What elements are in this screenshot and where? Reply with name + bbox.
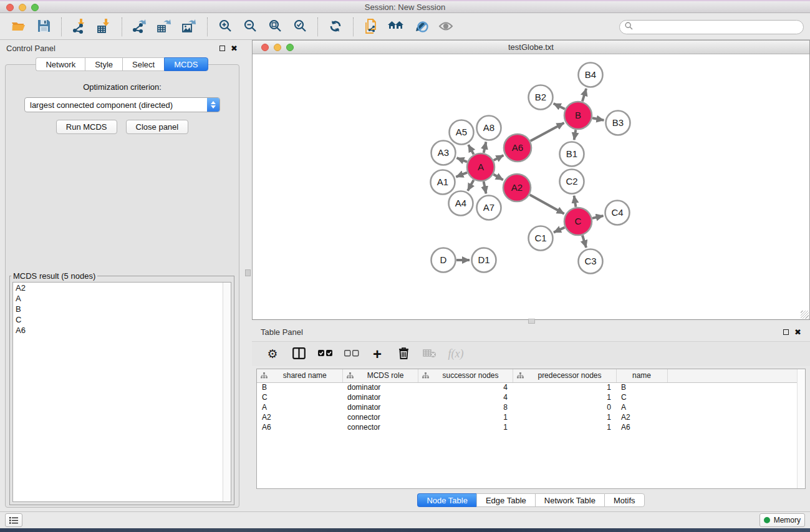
node-A[interactable]: A [467, 153, 494, 181]
node-C1[interactable]: C1 [529, 226, 553, 251]
close-panel-button[interactable]: Close panel [126, 120, 189, 134]
horizontal-splitter[interactable] [252, 320, 810, 324]
edge-A-A3[interactable] [457, 158, 468, 162]
show-column-button[interactable] [287, 345, 311, 364]
hide-labels-button[interactable] [408, 17, 433, 37]
delete-row-button[interactable] [392, 345, 415, 364]
settings-gear-button[interactable]: ⚙ [261, 345, 284, 364]
cell-predecessor-nodes[interactable]: 0 [513, 402, 616, 412]
cell-successor-nodes[interactable]: 4 [418, 392, 513, 402]
node-B1[interactable]: B1 [560, 142, 584, 167]
toggle-panels-eye-button[interactable] [433, 17, 458, 37]
cell-shared-name[interactable]: C [257, 392, 342, 402]
cell-predecessor-nodes[interactable]: 1 [513, 382, 616, 392]
node-C[interactable]: C [564, 208, 592, 235]
node-table[interactable]: shared nameMCDS rolesuccessor nodesprede… [256, 369, 806, 489]
cell-predecessor-nodes[interactable]: 1 [513, 412, 616, 422]
network-canvas[interactable]: B4B2BB3A8A5A6A3B1AC2A1A2A4A7C4CC1C3DD1 [253, 54, 809, 319]
edge-C-C2[interactable] [574, 196, 576, 207]
node-C2[interactable]: C2 [560, 170, 584, 194]
cell-MCDS-role[interactable]: connector [342, 412, 418, 422]
edge-C-C3[interactable] [582, 235, 586, 248]
edge-B-B4[interactable] [582, 89, 586, 102]
edge-B-B3[interactable] [592, 118, 604, 120]
search-box[interactable] [619, 20, 804, 34]
float-panel-icon[interactable] [783, 329, 789, 335]
edge-A-A6[interactable] [494, 155, 504, 160]
column-header-MCDS-role[interactable]: MCDS role [342, 369, 418, 382]
cell-successor-nodes[interactable]: 1 [418, 422, 513, 432]
node-A3[interactable]: A3 [432, 141, 456, 165]
column-header-shared-name[interactable]: shared name [257, 369, 342, 382]
edge-B-B2[interactable] [554, 104, 565, 109]
cell-predecessor-nodes[interactable]: 1 [513, 422, 616, 432]
edge-C-C4[interactable] [592, 216, 604, 218]
resize-grip-icon[interactable] [801, 311, 809, 319]
tab-node-table[interactable]: Node Table [417, 493, 476, 507]
cell-MCDS-role[interactable]: dominator [342, 392, 418, 402]
zoom-fit-button[interactable] [263, 17, 287, 37]
cell-successor-nodes[interactable]: 8 [418, 402, 513, 412]
edge-A-A2[interactable] [493, 175, 503, 180]
open-folder-button[interactable] [6, 17, 31, 37]
tab-style[interactable]: Style [85, 57, 122, 71]
node-B4[interactable]: B4 [579, 63, 603, 87]
cell-successor-nodes[interactable]: 1 [418, 412, 513, 422]
tab-edge-table[interactable]: Edge Table [476, 493, 535, 507]
table-row[interactable]: A6connector11A6 [257, 422, 805, 432]
cell-shared-name[interactable]: B [257, 382, 342, 392]
node-A1[interactable]: A1 [431, 170, 455, 195]
table-row[interactable]: Bdominator41B [257, 382, 805, 392]
edge-A-A7[interactable] [484, 181, 486, 193]
close-panel-icon[interactable]: ✖ [231, 44, 238, 52]
network-close-button[interactable] [261, 44, 269, 51]
cell-shared-name[interactable]: A [257, 402, 342, 412]
node-B2[interactable]: B2 [529, 85, 553, 110]
cell-name[interactable]: A [616, 402, 667, 412]
run-mcds-button[interactable]: Run MCDS [56, 120, 117, 134]
close-window-button[interactable] [6, 4, 14, 11]
table-row[interactable]: Cdominator41C [257, 392, 805, 402]
zoom-selected-button[interactable] [287, 17, 312, 37]
node-D1[interactable]: D1 [472, 248, 496, 273]
tab-select[interactable]: Select [122, 57, 164, 71]
table-row[interactable]: Adominator80A [257, 402, 805, 412]
search-input[interactable] [636, 22, 798, 31]
column-header-predecessor-nodes[interactable]: predecessor nodes [513, 369, 616, 382]
cell-name[interactable]: A2 [616, 412, 667, 422]
criterion-select[interactable]: largest connected component (directed) [24, 97, 220, 112]
tab-motifs[interactable]: Motifs [604, 493, 645, 507]
edge-A-A1[interactable] [456, 173, 467, 177]
cell-name[interactable]: A6 [616, 422, 667, 432]
result-list-item[interactable]: C [13, 314, 231, 325]
node-A5[interactable]: A5 [450, 120, 474, 145]
zoom-in-button[interactable] [213, 17, 238, 37]
memory-button[interactable]: Memory [759, 513, 805, 527]
table-row[interactable]: A2connector11A2 [257, 412, 805, 422]
network-window-titlebar[interactable]: testGlobe.txt [253, 41, 809, 54]
result-list-item[interactable]: A6 [13, 325, 231, 336]
tab-network-table[interactable]: Network Table [535, 493, 604, 507]
column-header-successor-nodes[interactable]: successor nodes [418, 369, 513, 382]
result-list-scrollbar[interactable] [223, 283, 231, 501]
node-D[interactable]: D [432, 248, 456, 273]
home-view-button[interactable] [383, 17, 408, 37]
node-A8[interactable]: A8 [477, 116, 501, 140]
splitter-handle[interactable] [245, 269, 251, 276]
tab-network[interactable]: Network [36, 57, 85, 71]
node-B[interactable]: B [564, 102, 592, 129]
node-A4[interactable]: A4 [449, 191, 473, 216]
cell-predecessor-nodes[interactable]: 1 [513, 392, 616, 402]
add-row-button[interactable]: + [365, 345, 389, 364]
mcds-result-list[interactable]: A2ABCA6 [12, 282, 231, 502]
deselect-all-button[interactable] [339, 345, 363, 364]
column-header-name[interactable]: name [616, 369, 667, 382]
result-list-item[interactable]: A [13, 293, 231, 304]
import-table-button[interactable] [92, 17, 117, 37]
node-C4[interactable]: C4 [605, 201, 630, 225]
edge-A6-B[interactable] [531, 123, 564, 141]
import-network-button[interactable] [67, 17, 92, 37]
node-A7[interactable]: A7 [477, 196, 501, 220]
network-graph[interactable]: B4B2BB3A8A5A6A3B1AC2A1A2A4A7C4CC1C3DD1 [253, 54, 809, 319]
cell-MCDS-role[interactable]: dominator [342, 402, 418, 412]
